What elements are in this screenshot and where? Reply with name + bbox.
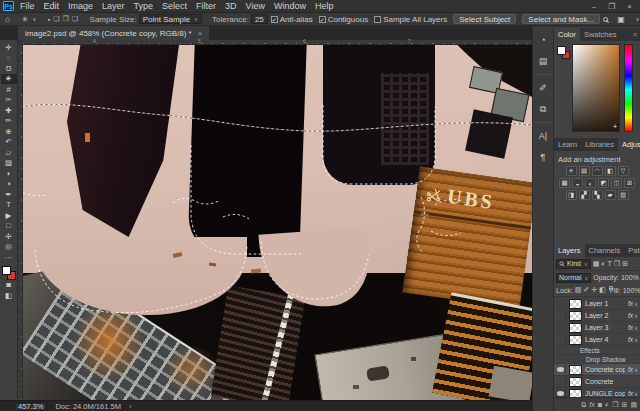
menu-type[interactable]: Type bbox=[134, 1, 154, 11]
photo-filter-icon[interactable]: ◩ bbox=[598, 178, 609, 188]
layer-thumbnail[interactable] bbox=[569, 365, 582, 375]
drop-shadow-effect-row[interactable]: Drop Shadow bbox=[554, 355, 640, 364]
link-layers-icon[interactable]: ⧉ bbox=[581, 401, 586, 409]
color-lookup-icon[interactable]: ⊞ bbox=[624, 178, 635, 188]
adjustment-layer-icon[interactable]: ◐ bbox=[605, 401, 609, 408]
layer-thumbnail[interactable] bbox=[569, 377, 582, 387]
shape-tool[interactable]: □ bbox=[1, 221, 17, 232]
layer-row-jungle-copy-2[interactable]: JUNGLE copy 2 fx∨ bbox=[554, 388, 640, 397]
character-panel-icon[interactable]: A| bbox=[534, 128, 552, 144]
lasso-tool[interactable]: Ʊ bbox=[1, 63, 17, 74]
clone-source-panel-icon[interactable]: ⧉ bbox=[534, 101, 552, 117]
fx-badge[interactable]: fx bbox=[628, 390, 633, 397]
tab-layers[interactable]: Layers bbox=[554, 244, 585, 257]
move-tool[interactable]: ✛ bbox=[1, 42, 17, 53]
paragraph-panel-icon[interactable]: ¶ bbox=[534, 149, 552, 165]
healing-brush-tool[interactable]: ✚ bbox=[1, 105, 17, 116]
select-and-mask-button[interactable]: Select and Mask... bbox=[522, 14, 600, 24]
menu-file[interactable]: File bbox=[20, 1, 35, 11]
brightness-contrast-icon[interactable]: ☀ bbox=[566, 166, 577, 176]
layer-row-layer-4[interactable]: Layer 4 fx∧ bbox=[554, 334, 640, 346]
tolerance-input[interactable]: 25 bbox=[251, 14, 268, 24]
menu-layer[interactable]: Layer bbox=[102, 1, 125, 11]
search-icon[interactable] bbox=[603, 17, 608, 22]
filter-smart-objects-icon[interactable]: ⊞ bbox=[622, 260, 628, 268]
foreground-color-swatch[interactable] bbox=[557, 46, 566, 55]
foreground-color-swatch[interactable] bbox=[2, 266, 11, 275]
home-icon[interactable]: ⌂ bbox=[5, 15, 10, 24]
tab-adjustments[interactable]: Adjustments bbox=[618, 138, 640, 151]
hand-tool[interactable]: ✣ bbox=[1, 231, 17, 242]
hue-slider[interactable] bbox=[624, 44, 633, 132]
fx-badge[interactable]: fx bbox=[628, 336, 633, 343]
menu-image[interactable]: Image bbox=[68, 1, 93, 11]
tab-color[interactable]: Color bbox=[554, 28, 580, 41]
tab-paths[interactable]: Paths bbox=[624, 244, 640, 257]
new-group-icon[interactable]: ❐ bbox=[612, 401, 618, 409]
lock-transparency-icon[interactable]: ▨ bbox=[575, 286, 582, 294]
layer-row-layer-3[interactable]: Layer 3 fx∨ bbox=[554, 322, 640, 334]
chevron-down-icon[interactable]: ∨ bbox=[634, 313, 638, 319]
curves-icon[interactable]: ◠ bbox=[592, 166, 603, 176]
restore-icon[interactable]: ❐ bbox=[608, 0, 615, 13]
vibrance-icon[interactable]: ▽ bbox=[618, 166, 629, 176]
lock-artboard-icon[interactable]: ◧ bbox=[599, 286, 606, 294]
lock-pixels-icon[interactable]: ✐ bbox=[583, 286, 589, 294]
history-brush-tool[interactable]: ↶ bbox=[1, 137, 17, 148]
visibility-toggle[interactable] bbox=[556, 335, 566, 344]
close-tab-icon[interactable]: × bbox=[198, 29, 203, 38]
menu-help[interactable]: Help bbox=[315, 1, 334, 11]
eyedropper-tool[interactable]: ✑ bbox=[1, 95, 17, 106]
visibility-toggle[interactable] bbox=[556, 323, 566, 332]
fx-badge[interactable]: fx bbox=[628, 312, 633, 319]
gradient-tool[interactable]: ▨ bbox=[1, 158, 17, 169]
chevron-down-icon[interactable]: ∨ bbox=[634, 391, 638, 397]
color-balance-icon[interactable]: ◒ bbox=[572, 178, 583, 188]
layer-thumbnail[interactable] bbox=[569, 389, 582, 398]
filter-kind-select[interactable]: Kind ∨ bbox=[556, 259, 591, 269]
lock-position-icon[interactable]: ✛ bbox=[591, 286, 597, 294]
threshold-icon[interactable]: ▚ bbox=[592, 190, 603, 200]
new-layer-icon[interactable]: ⊞ bbox=[622, 401, 628, 409]
dodge-tool[interactable]: ◑ bbox=[1, 179, 17, 190]
screen-mode-icon[interactable]: ◧ bbox=[1, 290, 17, 301]
filter-type-layers-icon[interactable]: T bbox=[608, 260, 612, 267]
layer-thumbnail[interactable] bbox=[569, 323, 582, 333]
tab-libraries[interactable]: Libraries bbox=[581, 138, 618, 151]
visibility-toggle[interactable] bbox=[556, 299, 566, 308]
layer-thumbnail[interactable] bbox=[569, 311, 582, 321]
menu-window[interactable]: Window bbox=[274, 1, 306, 11]
brush-tool[interactable]: ✏ bbox=[1, 116, 17, 127]
chevron-down-icon[interactable]: ∨ bbox=[634, 301, 638, 307]
menu-select[interactable]: Select bbox=[162, 1, 187, 11]
layer-row-layer-2[interactable]: Layer 2 fx∨ bbox=[554, 310, 640, 322]
zoom-tool[interactable]: ◎ bbox=[1, 242, 17, 253]
color-picker-field[interactable]: + bbox=[572, 44, 620, 132]
menu-3d[interactable]: 3D bbox=[225, 1, 237, 11]
properties-panel-icon[interactable]: ▤ bbox=[534, 53, 552, 69]
chevron-down-icon[interactable]: ∨ bbox=[634, 325, 638, 331]
invert-icon[interactable]: ◨ bbox=[566, 190, 577, 200]
tab-channels[interactable]: Channels bbox=[585, 244, 625, 257]
contiguous-checkbox[interactable]: ✓ Contiguous bbox=[319, 15, 368, 24]
layer-thumbnail[interactable] bbox=[569, 299, 582, 309]
brush-settings-panel-icon[interactable]: ✐ bbox=[534, 80, 552, 96]
filter-shape-layers-icon[interactable]: ❐ bbox=[614, 260, 620, 268]
edit-toolbar-icon[interactable]: ⋯ bbox=[1, 252, 17, 263]
visibility-toggle[interactable] bbox=[556, 377, 566, 386]
sample-size-select[interactable]: Point Sample ∨ bbox=[139, 14, 202, 24]
menu-edit[interactable]: Edit bbox=[44, 1, 60, 11]
chevron-down-icon[interactable]: ∨ bbox=[634, 367, 638, 373]
zoom-level-input[interactable]: 457.3% bbox=[14, 402, 47, 411]
delete-layer-icon[interactable]: ▤ bbox=[630, 401, 637, 409]
exposure-icon[interactable]: ◧ bbox=[605, 166, 616, 176]
gradient-map-icon[interactable]: ▰ bbox=[605, 190, 616, 200]
filter-adjustment-layers-icon[interactable]: ◐ bbox=[601, 260, 605, 267]
menu-view[interactable]: View bbox=[246, 1, 265, 11]
pen-tool[interactable]: ✒ bbox=[1, 189, 17, 200]
panel-menu-icon[interactable]: ≡ bbox=[633, 28, 640, 41]
chevron-up-icon[interactable]: ∧ bbox=[634, 337, 638, 343]
fx-badge[interactable]: fx bbox=[628, 324, 633, 331]
workspace-icon[interactable]: ▣ bbox=[617, 15, 625, 24]
posterize-icon[interactable]: ▞ bbox=[579, 190, 590, 200]
